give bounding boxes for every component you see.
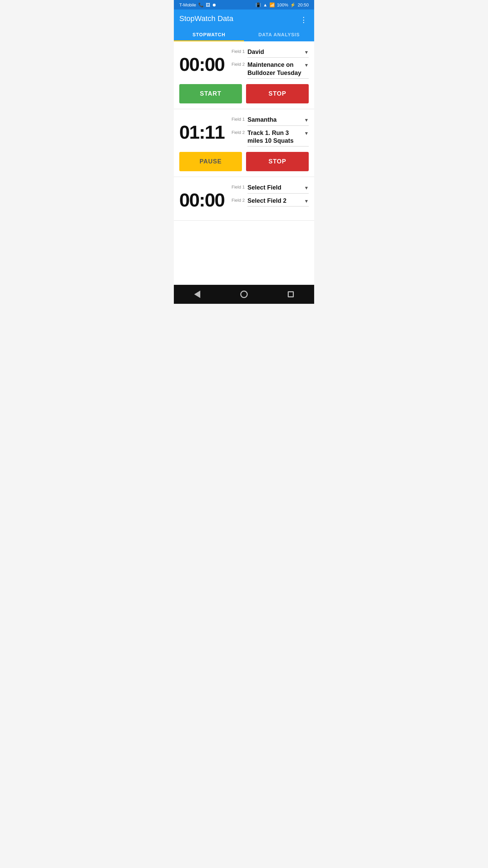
field1-value-2: Samantha — [247, 116, 277, 124]
stopwatch-card-3: 00:00 Field 1 Select Field ▼ Field 2 Sel… — [174, 177, 314, 221]
timer-display-1: 00:00 — [179, 48, 224, 74]
button-row-2: PAUSE STOP — [179, 152, 309, 171]
button-row-1: START STOP — [179, 84, 309, 103]
signal-icon: 📶 — [269, 2, 275, 7]
field1-value-3: Select Field — [247, 184, 281, 192]
field1-arrow-2: ▼ — [304, 116, 309, 123]
fields-section-1: Field 1 David ▼ Field 2 Maintenance on B… — [230, 48, 309, 79]
timer-display-2: 01:11 — [179, 116, 224, 142]
fields-section-2: Field 1 Samantha ▼ Field 2 Track 1. Run … — [230, 116, 309, 146]
recents-button[interactable] — [283, 287, 298, 302]
field1-label-2: Field 1 — [230, 116, 245, 122]
stop-button-1[interactable]: STOP — [246, 84, 309, 103]
home-icon — [240, 291, 248, 298]
carrier-icon: 📞 — [198, 2, 204, 7]
app-bar: StopWatch Data ⋮ — [174, 9, 314, 27]
card-body-1: 00:00 Field 1 David ▼ Field 2 Maintenanc… — [179, 48, 309, 79]
field1-arrow-3: ▼ — [304, 184, 309, 191]
timer-display-3: 00:00 — [179, 184, 224, 210]
wifi-icon: ▲ — [263, 2, 267, 7]
fields-section-3: Field 1 Select Field ▼ Field 2 Select Fi… — [230, 184, 309, 206]
field2-label-3: Field 2 — [230, 197, 245, 203]
field2-dropdown-1[interactable]: Maintenance on Bulldozer Tuesday ▼ — [247, 61, 309, 79]
content-area: 00:00 Field 1 David ▼ Field 2 Maintenanc… — [174, 41, 314, 285]
back-button[interactable] — [190, 287, 205, 302]
field-row-2b: Field 2 Track 1. Run 3 miles 10 Squats ▼ — [230, 129, 309, 147]
field2-value-1: Maintenance on Bulldozer Tuesday — [247, 61, 304, 77]
field2-value-2: Track 1. Run 3 miles 10 Squats — [247, 129, 304, 145]
field1-arrow-1: ▼ — [304, 48, 309, 55]
field2-dropdown-2[interactable]: Track 1. Run 3 miles 10 Squats ▼ — [247, 129, 309, 147]
start-button-1[interactable]: START — [179, 84, 242, 103]
record-icon: ⏺ — [212, 2, 217, 7]
overflow-menu-icon[interactable]: ⋮ — [299, 14, 309, 26]
field1-dropdown-2[interactable]: Samantha ▼ — [247, 116, 309, 125]
bottom-nav — [174, 285, 314, 304]
field1-value-1: David — [247, 48, 264, 56]
field1-label-3: Field 1 — [230, 184, 245, 190]
page-title: StopWatch Data — [179, 14, 233, 27]
battery-icon: ⚡ — [290, 2, 296, 7]
tab-bar: STOPWATCH DATA ANALYSIS — [174, 27, 314, 41]
battery-label: 100% — [277, 2, 288, 7]
card-body-2: 01:11 Field 1 Samantha ▼ Field 2 Track 1… — [179, 116, 309, 146]
back-icon — [194, 291, 200, 298]
field2-arrow-3: ▼ — [304, 197, 309, 204]
stopwatch-card-2: 01:11 Field 1 Samantha ▼ Field 2 Track 1… — [174, 109, 314, 177]
field-row-1b: Field 2 Maintenance on Bulldozer Tuesday… — [230, 61, 309, 79]
stopwatch-card-1: 00:00 Field 1 David ▼ Field 2 Maintenanc… — [174, 41, 314, 109]
field-row-1a: Field 1 David ▼ — [230, 48, 309, 58]
field1-dropdown-1[interactable]: David ▼ — [247, 48, 309, 58]
vibrate-icon: 📳 — [256, 2, 261, 7]
status-bar: T-Mobile 📞 🖼 ⏺ 📳 ▲ 📶 100% ⚡ 20:50 — [174, 0, 314, 9]
field-row-2a: Field 1 Samantha ▼ — [230, 116, 309, 125]
field2-value-3: Select Field 2 — [247, 197, 286, 205]
card-body-3: 00:00 Field 1 Select Field ▼ Field 2 Sel… — [179, 184, 309, 210]
field1-label-1: Field 1 — [230, 48, 245, 54]
tab-stopwatch[interactable]: STOPWATCH — [174, 27, 244, 41]
field2-dropdown-3[interactable]: Select Field 2 ▼ — [247, 197, 309, 206]
stop-button-2[interactable]: STOP — [246, 152, 309, 171]
status-bar-right: 📳 ▲ 📶 100% ⚡ 20:50 — [256, 2, 309, 7]
field1-dropdown-3[interactable]: Select Field ▼ — [247, 184, 309, 193]
carrier-label: T-Mobile — [179, 2, 196, 7]
photo-icon: 🖼 — [206, 2, 210, 7]
home-button[interactable] — [237, 287, 251, 302]
field2-arrow-2: ▼ — [304, 129, 309, 136]
field2-label-2: Field 2 — [230, 129, 245, 135]
field-row-3a: Field 1 Select Field ▼ — [230, 184, 309, 193]
time-label: 20:50 — [298, 2, 309, 7]
field2-label-1: Field 2 — [230, 61, 245, 67]
status-bar-left: T-Mobile 📞 🖼 ⏺ — [179, 2, 217, 7]
pause-button-2[interactable]: PAUSE — [179, 152, 242, 171]
field2-arrow-1: ▼ — [304, 61, 309, 68]
recents-icon — [288, 291, 294, 297]
tab-data-analysis[interactable]: DATA ANALYSIS — [244, 27, 314, 41]
field-row-3b: Field 2 Select Field 2 ▼ — [230, 197, 309, 206]
